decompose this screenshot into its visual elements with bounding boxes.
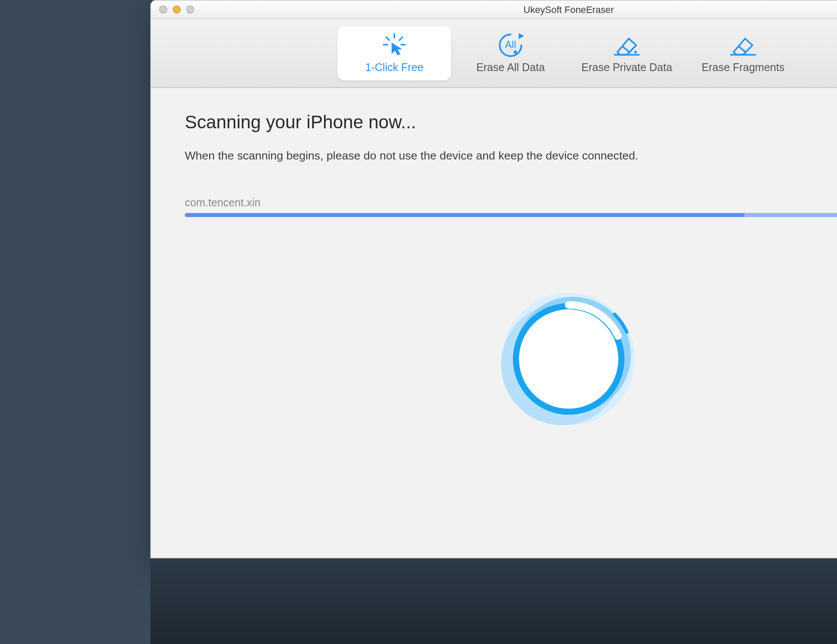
traffic-lights — [151, 5, 195, 13]
svg-line-2 — [399, 37, 402, 40]
svg-point-7 — [514, 50, 517, 54]
window-title: UkeySoft FoneEraser — [151, 4, 837, 15]
maximize-icon[interactable] — [186, 5, 195, 13]
tab-erase-fragments[interactable]: Erase Fragments — [686, 26, 800, 81]
eraser-fragments-icon — [728, 33, 758, 57]
tab-label: 1-Click Free — [365, 62, 424, 74]
svg-text:All: All — [505, 39, 516, 50]
page-subtitle: When the scanning begins, please do not … — [185, 150, 639, 163]
svg-line-11 — [739, 47, 746, 53]
main-content: Scanning your iPhone now... When the sca… — [151, 88, 837, 558]
tab-click-free[interactable]: 1-Click Free — [337, 26, 451, 81]
app-window: UkeySoft FoneEraser 1-Click Free — [150, 0, 837, 559]
tab-erase-all[interactable]: All Erase All Data — [454, 26, 567, 81]
erase-all-icon: All — [495, 33, 526, 57]
svg-line-1 — [386, 37, 389, 40]
svg-marker-5 — [519, 33, 524, 39]
progress-bar — [185, 213, 837, 217]
minimize-icon[interactable] — [172, 5, 181, 13]
page-title: Scanning your iPhone now... — [185, 112, 639, 133]
tab-label: Erase Private Data — [581, 62, 672, 74]
desktop-background — [150, 559, 837, 644]
svg-point-10 — [634, 51, 637, 53]
toolbar: 1-Click Free All Erase All Data — [151, 19, 837, 88]
titlebar: UkeySoft FoneEraser — [151, 1, 837, 19]
spinner-icon — [494, 285, 643, 436]
tab-label: Erase All Data — [476, 62, 545, 74]
cursor-click-icon — [381, 33, 408, 57]
svg-line-8 — [623, 47, 630, 53]
tab-label: Erase Fragments — [701, 62, 784, 74]
eraser-private-icon — [612, 33, 642, 57]
progress-current-item: com.tencent.xin — [185, 197, 837, 209]
tab-erase-private[interactable]: Erase Private Data — [570, 26, 684, 81]
close-icon[interactable] — [159, 5, 167, 13]
